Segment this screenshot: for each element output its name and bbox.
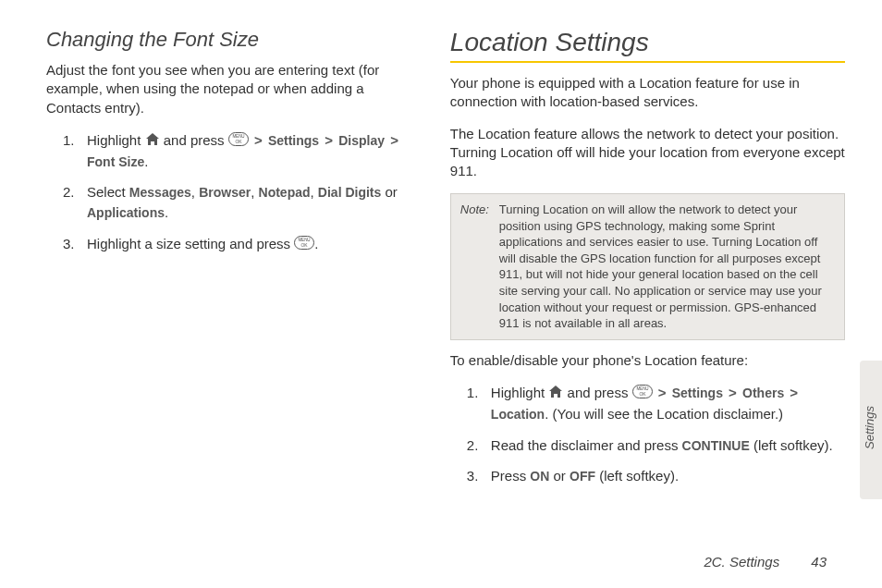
- softkey: OFF: [570, 469, 595, 484]
- text: or: [381, 184, 398, 200]
- text: (left softkey).: [750, 437, 833, 453]
- menu-path: Others: [742, 386, 784, 400]
- step-number: 1.: [63, 130, 75, 151]
- text: (left softkey).: [595, 468, 679, 484]
- text: and press: [164, 132, 228, 148]
- home-icon: [145, 131, 160, 152]
- heading-rule: [450, 61, 845, 63]
- right-step-1: 1. Highlight and press MENUOK > Settings…: [450, 383, 845, 424]
- home-icon: [548, 384, 563, 404]
- menu-ok-icon: MENUOK: [632, 384, 653, 404]
- svg-text:OK: OK: [639, 391, 646, 397]
- text: Highlight: [491, 385, 549, 400]
- text: . (You will see the Location disclaimer.…: [545, 406, 783, 422]
- gt-icon: >: [390, 132, 398, 148]
- side-tab-label: Settings: [863, 400, 876, 456]
- footer-section: 2C. Settings: [704, 554, 779, 570]
- text: ,: [311, 184, 318, 200]
- text: Select: [87, 184, 129, 200]
- text: and press: [568, 385, 632, 400]
- note-box: Note: Turning Location on will allow the…: [450, 193, 845, 339]
- option: Applications: [87, 205, 165, 220]
- text: Highlight: [87, 132, 145, 148]
- softkey: ON: [530, 469, 549, 484]
- menu-path: Font Size: [87, 154, 144, 169]
- step-number: 2.: [63, 182, 75, 202]
- left-step-1: 1. Highlight and press MENUOK > Settings…: [46, 130, 423, 172]
- step-number: 3.: [63, 234, 75, 254]
- option: Browser: [199, 185, 251, 200]
- svg-text:OK: OK: [301, 242, 309, 248]
- right-intro-1: Your phone is equipped with a Location f…: [450, 74, 845, 112]
- left-column: Changing the Font Size Adjust the font y…: [46, 28, 423, 508]
- right-heading: Location Settings: [450, 28, 845, 57]
- enable-line: To enable/disable your phone's Location …: [450, 351, 845, 370]
- menu-path: Display: [338, 133, 385, 148]
- right-column: Location Settings Your phone is equipped…: [450, 28, 845, 508]
- option: Dial Digits: [318, 185, 381, 200]
- text: or: [549, 468, 570, 484]
- left-intro: Adjust the font you see when you are ent…: [46, 61, 423, 117]
- gt-icon: >: [729, 385, 737, 400]
- text: Read the disclaimer and press: [491, 437, 682, 453]
- text: Highlight a size setting and press: [87, 236, 294, 251]
- menu-ok-icon: MENUOK: [294, 235, 314, 255]
- left-step-3: 3. Highlight a size setting and press ME…: [46, 234, 423, 255]
- text: .: [314, 236, 318, 251]
- text: .: [165, 204, 168, 220]
- left-steps: 1. Highlight and press MENUOK > Settings…: [46, 130, 423, 255]
- menu-path: Settings: [268, 133, 319, 148]
- step-number: 1.: [467, 383, 479, 403]
- step-number: 2.: [467, 435, 479, 456]
- page: Changing the Font Size Adjust the font y…: [0, 0, 882, 518]
- menu-path: Location: [491, 407, 545, 422]
- text: Press: [491, 468, 531, 484]
- step-number: 3.: [467, 466, 479, 486]
- menu-ok-icon: MENUOK: [228, 131, 249, 152]
- right-step-2: 2. Read the disclaimer and press CONTINU…: [450, 435, 845, 456]
- note-label: Note:: [460, 202, 499, 331]
- softkey: CONTINUE: [682, 438, 750, 453]
- right-steps: 1. Highlight and press MENUOK > Settings…: [450, 383, 845, 486]
- option: Notepad: [259, 185, 311, 200]
- footer-page-number: 43: [811, 554, 827, 570]
- menu-path: Settings: [672, 386, 723, 400]
- right-step-3: 3. Press ON or OFF (left softkey).: [450, 466, 845, 486]
- page-footer: 2C. Settings 43: [704, 554, 827, 570]
- side-tab: Settings: [860, 361, 882, 499]
- text: ,: [191, 184, 199, 200]
- note-text: Turning Location on will allow the netwo…: [499, 202, 835, 331]
- svg-text:OK: OK: [235, 139, 242, 144]
- left-heading: Changing the Font Size: [46, 28, 423, 52]
- gt-icon: >: [658, 385, 667, 400]
- gt-icon: >: [325, 132, 333, 148]
- gt-icon: >: [790, 385, 798, 400]
- option: Messages: [129, 185, 191, 200]
- text: ,: [251, 184, 258, 200]
- text: .: [144, 153, 148, 169]
- right-intro-2: The Location feature allows the network …: [450, 125, 845, 181]
- left-step-2: 2. Select Messages, Browser, Notepad, Di…: [46, 182, 423, 223]
- gt-icon: >: [254, 132, 263, 148]
